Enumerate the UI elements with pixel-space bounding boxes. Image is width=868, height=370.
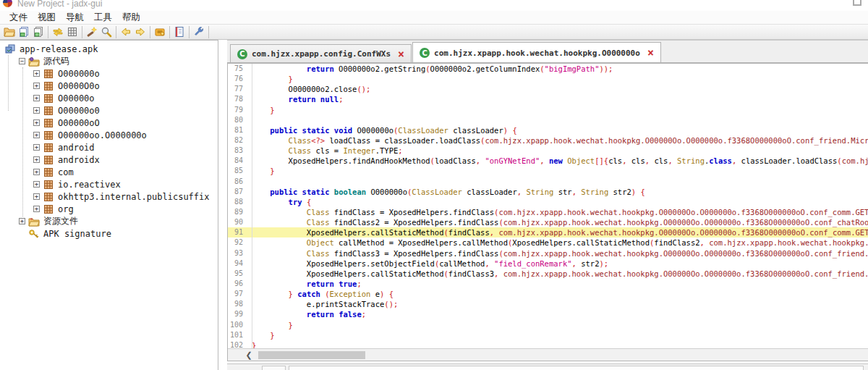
tree-item-package-obf-6[interactable]: +O00000oo.O000000o bbox=[0, 129, 218, 141]
panel-splitter[interactable] bbox=[218, 40, 227, 370]
title-bar: New Project - jadx-gui bbox=[0, 0, 868, 11]
export-icon[interactable] bbox=[31, 25, 46, 39]
code-text: } bbox=[247, 74, 868, 84]
expand-icon[interactable]: + bbox=[33, 181, 40, 188]
code-line-75: 75 return O000000o2.getString(O000000o2.… bbox=[228, 64, 868, 74]
tab-hookpkg-class[interactable]: Ccom.hjzx.xpapp.hook.wechat.hookpkg.O000… bbox=[412, 42, 661, 63]
expand-icon[interactable]: + bbox=[33, 132, 40, 138]
tree-item-package-obf-4[interactable]: +O00000o0 bbox=[0, 104, 218, 117]
code-line-79: 79 } bbox=[228, 105, 868, 115]
tree-item-package-io-reactivex[interactable]: +io.reactivex bbox=[0, 178, 218, 190]
collapse-icon[interactable]: − bbox=[19, 58, 25, 64]
forward-icon[interactable] bbox=[133, 25, 148, 39]
tree-item-package-org[interactable]: +org bbox=[0, 203, 218, 215]
search-icon[interactable] bbox=[99, 25, 114, 39]
tree-item-label: 源代码 bbox=[43, 55, 69, 67]
tree-item-package-obf-1[interactable]: +O000000o bbox=[0, 67, 218, 80]
log-viewer-icon[interactable] bbox=[172, 25, 187, 39]
expand-icon[interactable]: + bbox=[33, 193, 40, 200]
menu-item-1[interactable]: 文件 bbox=[4, 11, 33, 25]
code-text: XposedHelpers.callStaticMethod(findClass… bbox=[247, 227, 868, 237]
horizontal-scrollbar[interactable]: ❮ bbox=[228, 348, 868, 361]
code-line-76: 76 } bbox=[228, 74, 868, 84]
line-number: 92 bbox=[228, 237, 247, 248]
line-number: 91 bbox=[228, 227, 247, 237]
tree-item-label: com bbox=[58, 167, 74, 177]
line-number: 75 bbox=[228, 64, 247, 74]
certificate-icon[interactable] bbox=[153, 25, 167, 39]
tree-item-resources-folder[interactable]: +资源文件 bbox=[0, 215, 218, 227]
code-text: return true; bbox=[247, 279, 868, 289]
tree-item-package-obf-3[interactable]: +O00000o bbox=[0, 92, 218, 104]
scrollbar-thumb[interactable] bbox=[258, 351, 365, 359]
expand-icon[interactable]: + bbox=[19, 218, 25, 224]
tree-item-label: android bbox=[58, 143, 95, 153]
code-text: return false; bbox=[247, 309, 868, 319]
scroll-left-arrow-icon[interactable]: ❮ bbox=[244, 350, 254, 360]
line-number: 95 bbox=[228, 269, 247, 279]
deobfuscation-icon[interactable] bbox=[65, 25, 80, 39]
line-number: 81 bbox=[228, 125, 247, 135]
code-panel: Ccom.hjzx.xpapp.config.ConfWXs×Ccom.hjzx… bbox=[227, 40, 868, 370]
code-line-92: 92 Object callMethod = XposedHelpers.cal… bbox=[228, 237, 868, 248]
code-text: return null; bbox=[247, 94, 868, 104]
tree-item-package-obf-5[interactable]: +O00000oO bbox=[0, 117, 218, 129]
expand-icon[interactable]: + bbox=[33, 169, 40, 175]
code-line-101: 101 } bbox=[228, 330, 868, 340]
close-tab-icon[interactable]: × bbox=[398, 50, 404, 59]
code-line-99: 99 return false; bbox=[228, 309, 868, 319]
code-line-98: 98 e.printStackTrace(); bbox=[228, 299, 868, 309]
expand-icon[interactable]: + bbox=[33, 70, 40, 77]
package-icon bbox=[43, 191, 54, 203]
code-text: } bbox=[247, 320, 868, 330]
tree-item-label: APK signature bbox=[43, 229, 111, 239]
tree-item-label: O00000o bbox=[58, 93, 95, 104]
expand-icon[interactable]: + bbox=[33, 119, 40, 126]
line-number: 88 bbox=[228, 197, 247, 207]
tree-item-package-com[interactable]: +com bbox=[0, 166, 218, 178]
menu-item-4[interactable]: 工具 bbox=[89, 11, 117, 25]
quark-icon[interactable] bbox=[85, 25, 99, 39]
tree-item-label: okhttp3.internal.publicsuffix bbox=[58, 192, 210, 202]
settings-icon[interactable] bbox=[192, 25, 206, 39]
code-text: Class<?> loadClass = classLoader.loadCla… bbox=[247, 135, 868, 146]
open-file-icon[interactable] bbox=[2, 25, 17, 39]
tree-item-package-okhttp3[interactable]: +okhttp3.internal.publicsuffix bbox=[0, 190, 218, 203]
tree-item-apk-signature[interactable]: APK signature bbox=[0, 227, 218, 240]
expand-icon[interactable]: + bbox=[33, 95, 40, 101]
menu-item-3[interactable]: 导航 bbox=[61, 11, 89, 25]
save-all-icon[interactable] bbox=[17, 25, 31, 39]
line-number: 76 bbox=[228, 74, 247, 84]
menu-item-5[interactable]: 帮助 bbox=[117, 11, 145, 25]
tree-item-package-obf-2[interactable]: +O0000O0o bbox=[0, 80, 218, 92]
tree-item-label: io.reactivex bbox=[58, 180, 121, 190]
back-icon[interactable] bbox=[119, 25, 133, 39]
expand-icon[interactable]: + bbox=[33, 83, 40, 89]
tree-item-apk-root[interactable]: app-release.apk bbox=[0, 43, 218, 55]
tree-item-package-android[interactable]: +android bbox=[0, 141, 218, 154]
code-line-102: 102} bbox=[228, 340, 868, 348]
expand-icon[interactable]: + bbox=[33, 206, 40, 212]
tree-item-package-androidx[interactable]: +androidx bbox=[0, 154, 218, 166]
menu-item-2[interactable]: 视图 bbox=[33, 11, 61, 25]
code-editor[interactable]: 75 return O000000o2.getString(O000000o2.… bbox=[227, 63, 868, 361]
code-line-80: 80 bbox=[228, 115, 868, 125]
reload-icon[interactable] bbox=[51, 25, 65, 39]
key-icon bbox=[28, 228, 40, 240]
expand-icon[interactable]: + bbox=[33, 156, 40, 163]
maximize-button[interactable] bbox=[853, 0, 861, 6]
tree-item-source-code-folder[interactable]: −源代码 bbox=[0, 55, 218, 67]
editor-tab-bar: Ccom.hjzx.xpapp.config.ConfWXs×Ccom.hjzx… bbox=[227, 41, 868, 63]
line-number: 87 bbox=[228, 187, 247, 197]
code-text bbox=[247, 177, 868, 187]
code-text: Class findClass2 = XposedHelpers.findCla… bbox=[247, 217, 868, 227]
expand-icon[interactable]: + bbox=[33, 107, 40, 114]
code-area[interactable]: 75 return O000000o2.getString(O000000o2.… bbox=[228, 64, 868, 348]
line-number: 94 bbox=[228, 258, 247, 269]
line-number: 97 bbox=[228, 289, 247, 299]
tab-label: com.hjzx.xpapp.config.ConfWXs bbox=[252, 49, 391, 59]
close-tab-icon[interactable]: × bbox=[647, 49, 654, 57]
tab-confwxs[interactable]: Ccom.hjzx.xpapp.config.ConfWXs× bbox=[230, 44, 412, 63]
tree-item-label: O00000o0 bbox=[58, 106, 100, 116]
expand-icon[interactable]: + bbox=[33, 144, 40, 151]
